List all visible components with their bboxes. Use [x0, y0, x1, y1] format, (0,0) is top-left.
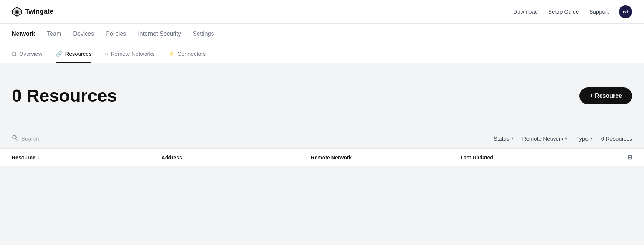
resources-count-heading: 0 Resources: [12, 86, 117, 106]
search-icon: [12, 135, 18, 142]
tab-overview[interactable]: ⊞ Overview: [12, 45, 42, 62]
remote-network-chevron-icon: ▾: [565, 136, 567, 141]
tab-remote-networks-label: Remote Networks: [111, 51, 154, 57]
hero-section: 0 Resources + Resource: [0, 63, 644, 128]
column-header-address: Address: [161, 154, 311, 161]
avatar[interactable]: wt: [619, 5, 632, 18]
column-resource-label: Resource: [12, 155, 35, 161]
nav-item-team[interactable]: Team: [47, 29, 61, 39]
support-link[interactable]: Support: [589, 8, 609, 15]
tab-resources-label: Resources: [65, 51, 92, 57]
nav-item-network[interactable]: Network: [12, 29, 35, 39]
column-last-updated-label: Last Updated: [460, 155, 493, 161]
nav-item-internet-security[interactable]: Internet Security: [138, 29, 181, 39]
column-header-resource: Resource ↓: [12, 154, 161, 161]
tab-connectors[interactable]: ⚡ Connectors: [168, 45, 206, 62]
download-link[interactable]: Download: [513, 8, 538, 15]
svg-line-1: [16, 139, 17, 140]
status-filter[interactable]: Status ▾: [494, 135, 514, 142]
filter-right: Status ▾ Remote Network ▾ Type ▾ 0 Resou…: [494, 135, 632, 142]
column-header-last-updated: Last Updated: [460, 154, 610, 161]
remote-networks-icon: ○: [105, 51, 108, 57]
column-remote-network-label: Remote Network: [311, 155, 352, 161]
type-chevron-icon: ▾: [590, 136, 592, 141]
add-resource-button[interactable]: + Resource: [579, 87, 632, 104]
connectors-icon: ⚡: [168, 51, 175, 57]
type-filter[interactable]: Type ▾: [576, 135, 592, 142]
column-header-remote-network: Remote Network: [311, 154, 461, 161]
sort-icon-resource[interactable]: ↓: [37, 155, 39, 160]
search-placeholder[interactable]: Search: [21, 135, 39, 142]
table-header: Resource ↓ Address Remote Network Last U…: [0, 149, 644, 166]
remote-network-filter-label: Remote Network: [522, 135, 564, 142]
tab-overview-label: Overview: [19, 51, 42, 57]
nav-item-settings[interactable]: Settings: [193, 29, 214, 39]
filter-bar: Search Status ▾ Remote Network ▾ Type ▾ …: [0, 128, 644, 149]
primary-nav: Network Team Devices Policies Internet S…: [0, 24, 644, 44]
tab-remote-networks[interactable]: ○ Remote Networks: [105, 45, 154, 62]
main-content: 0 Resources + Resource Search Status ▾ R…: [0, 63, 644, 245]
column-header-columns[interactable]: ⊞: [610, 154, 632, 161]
top-bar: Twingate Download Setup Guide Support wt: [0, 0, 644, 24]
secondary-nav: ⊞ Overview 🔗 Resources ○ Remote Networks…: [0, 44, 644, 63]
twingate-logo-icon: [12, 7, 22, 17]
search-area[interactable]: Search: [12, 135, 39, 142]
resources-count-badge: 0 Resources: [601, 135, 632, 142]
columns-icon[interactable]: ⊞: [627, 154, 632, 161]
remote-network-filter[interactable]: Remote Network ▾: [522, 135, 568, 142]
logo[interactable]: Twingate: [12, 7, 53, 17]
resources-icon: 🔗: [56, 51, 63, 57]
column-address-label: Address: [161, 155, 182, 161]
status-filter-label: Status: [494, 135, 509, 142]
nav-item-devices[interactable]: Devices: [73, 29, 94, 39]
status-chevron-icon: ▾: [511, 136, 514, 141]
tab-resources[interactable]: 🔗 Resources: [56, 45, 92, 62]
setup-guide-link[interactable]: Setup Guide: [548, 8, 579, 15]
type-filter-label: Type: [576, 135, 588, 142]
overview-icon: ⊞: [12, 51, 17, 57]
nav-item-policies[interactable]: Policies: [106, 29, 126, 39]
logo-text: Twingate: [25, 8, 53, 15]
tab-connectors-label: Connectors: [177, 51, 206, 57]
top-right-nav: Download Setup Guide Support wt: [513, 5, 632, 18]
